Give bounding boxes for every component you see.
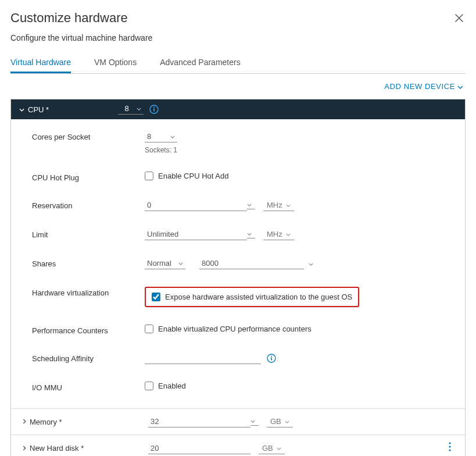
sockets-hint: Sockets: 1	[145, 146, 177, 154]
disk-size-combo[interactable]	[148, 443, 250, 454]
hardware-virtualization-highlight: Expose hardware assisted virtualization …	[145, 287, 359, 307]
io-mmu-label: I/O MMU	[32, 382, 145, 392]
dialog-title: Customize hardware	[10, 10, 128, 26]
cpu-count-select[interactable]: 8	[118, 104, 144, 115]
dialog-subtitle: Configure the virtual machine hardware	[10, 33, 466, 42]
reservation-unit-value: MHz	[267, 201, 282, 209]
reservation-combo[interactable]	[145, 200, 255, 211]
reservation-unit-select[interactable]: MHz	[263, 200, 294, 211]
memory-combo[interactable]	[148, 416, 259, 428]
svg-point-7	[449, 446, 450, 447]
hardware-panel: CPU * 8 Cores per Socket 8	[10, 99, 466, 456]
info-icon[interactable]	[149, 105, 159, 114]
expose-hw-virt-checkbox[interactable]: Expose hardware assisted virtualization …	[152, 293, 352, 301]
perf-counters-text: Enable virtualized CPU performance count…	[158, 325, 312, 333]
io-mmu-input[interactable]	[145, 382, 153, 390]
cpu-section-header[interactable]: CPU * 8	[11, 99, 465, 119]
cpu-hot-add-checkbox[interactable]: Enable CPU Hot Add	[145, 172, 228, 180]
chevron-down-icon	[247, 230, 255, 238]
tab-advanced-parameters[interactable]: Advanced Parameters	[160, 53, 241, 73]
cpu-hot-add-text: Enable CPU Hot Add	[158, 172, 228, 180]
disk-unit-select[interactable]: GB	[259, 443, 285, 454]
hardware-virtualization-label: Hardware virtualization	[32, 287, 145, 297]
memory-input[interactable]	[148, 416, 250, 428]
limit-label: Limit	[32, 229, 145, 239]
chevron-down-icon	[250, 418, 259, 426]
disk-size-input[interactable]	[148, 443, 250, 454]
add-new-device-button[interactable]: ADD NEW DEVICE	[384, 82, 463, 91]
new-hard-disk-row[interactable]: New Hard disk * GB	[11, 434, 465, 456]
chevron-down-icon	[170, 133, 175, 140]
shares-value-input[interactable]	[199, 258, 304, 269]
chevron-down-icon	[457, 83, 463, 91]
limit-input[interactable]	[145, 229, 247, 240]
new-hard-disk-label: New Hard disk *	[30, 444, 148, 453]
chevron-down-icon	[277, 445, 281, 451]
scheduling-affinity-label: Scheduling Affinity	[32, 352, 145, 363]
shares-mode-value: Normal	[147, 259, 174, 268]
cpu-hot-plug-label: CPU Hot Plug	[32, 172, 145, 182]
io-mmu-text: Enabled	[158, 382, 186, 390]
chevron-down-icon	[286, 202, 291, 208]
memory-unit-value: GB	[270, 417, 281, 426]
svg-point-1	[153, 107, 155, 108]
cores-per-socket-select[interactable]: 8	[145, 131, 177, 142]
svg-point-8	[449, 449, 450, 451]
chevron-down-icon	[285, 418, 289, 425]
cpu-section-label: CPU *	[28, 105, 118, 114]
expose-hw-virt-input[interactable]	[152, 293, 160, 301]
svg-point-4	[271, 356, 272, 357]
info-icon[interactable]	[267, 354, 276, 363]
cores-per-socket-value: 8	[147, 132, 166, 141]
shares-mode-select[interactable]: Normal	[145, 258, 185, 269]
scheduling-affinity-input[interactable]	[145, 352, 261, 364]
chevron-down-icon	[286, 231, 291, 237]
perf-counters-input[interactable]	[145, 325, 153, 333]
cores-per-socket-label: Cores per Socket	[32, 131, 145, 141]
disk-unit-value: GB	[262, 444, 273, 453]
kebab-menu-icon[interactable]	[445, 442, 454, 454]
chevron-down-icon	[137, 105, 141, 112]
limit-unit-value: MHz	[267, 230, 282, 238]
svg-rect-2	[153, 109, 155, 112]
tabs: Virtual Hardware VM Options Advanced Par…	[10, 53, 466, 74]
tab-vm-options[interactable]: VM Options	[94, 53, 137, 73]
limit-combo[interactable]	[145, 229, 255, 240]
chevron-down-icon	[247, 201, 255, 209]
memory-unit-select[interactable]: GB	[267, 416, 293, 428]
shares-label: Shares	[32, 258, 145, 268]
chevron-down-icon	[178, 260, 183, 266]
io-mmu-checkbox[interactable]: Enabled	[145, 382, 186, 390]
perf-counters-checkbox[interactable]: Enable virtualized CPU performance count…	[145, 325, 312, 333]
add-new-device-label: ADD NEW DEVICE	[384, 82, 455, 91]
reservation-input[interactable]	[145, 200, 247, 211]
memory-label: Memory *	[30, 418, 148, 426]
memory-row[interactable]: Memory * GB	[11, 408, 465, 434]
limit-unit-select[interactable]: MHz	[263, 229, 294, 240]
svg-point-6	[449, 442, 450, 444]
svg-rect-5	[271, 358, 272, 361]
reservation-label: Reservation	[32, 200, 145, 210]
chevron-down-icon	[19, 106, 24, 113]
tab-virtual-hardware[interactable]: Virtual Hardware	[10, 53, 71, 73]
expose-hw-virt-text: Expose hardware assisted virtualization …	[165, 293, 352, 301]
cpu-hot-add-input[interactable]	[145, 172, 153, 180]
chevron-right-icon	[23, 418, 26, 425]
cpu-count-value: 8	[120, 104, 133, 113]
chevron-down-icon	[304, 261, 318, 267]
chevron-right-icon	[23, 445, 26, 452]
performance-counters-label: Performance Counters	[32, 325, 145, 335]
close-icon[interactable]	[453, 10, 466, 27]
